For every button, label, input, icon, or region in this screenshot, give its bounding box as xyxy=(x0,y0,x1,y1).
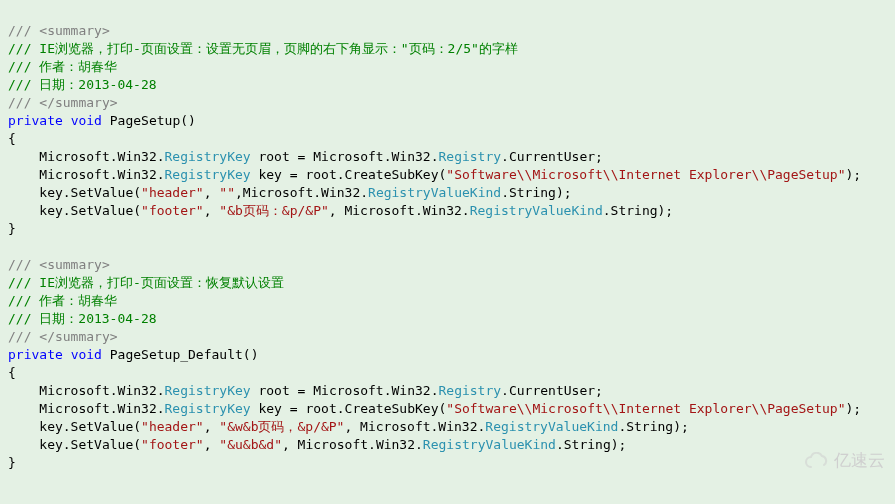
doc-desc: /// IE浏览器，打印-页面设置：恢复默认设置 xyxy=(8,275,284,290)
code-line: key.SetValue("footer", "&b页码：&p/&P", Mic… xyxy=(8,203,673,218)
code-block: /// <summary> /// IE浏览器，打印-页面设置：设置无页眉，页脚… xyxy=(8,4,887,472)
xml-doc: /// <summary> xyxy=(8,23,110,38)
xml-doc: /// </summary> xyxy=(8,95,118,110)
doc-date: /// 日期：2013-04-28 xyxy=(8,311,157,326)
method-sig: private void PageSetup() xyxy=(8,113,196,128)
doc-date: /// 日期：2013-04-28 xyxy=(8,77,157,92)
code-line: Microsoft.Win32.RegistryKey root = Micro… xyxy=(8,149,603,164)
brace: { xyxy=(8,131,16,146)
doc-author: /// 作者：胡春华 xyxy=(8,59,117,74)
code-line: key.SetValue("header", "&w&b页码，&p/&P", M… xyxy=(8,419,689,434)
code-line: Microsoft.Win32.RegistryKey key = root.C… xyxy=(8,401,861,416)
method-sig: private void PageSetup_Default() xyxy=(8,347,258,362)
code-line: key.SetValue("header", "",Microsoft.Win3… xyxy=(8,185,572,200)
code-line: Microsoft.Win32.RegistryKey root = Micro… xyxy=(8,383,603,398)
xml-doc: /// </summary> xyxy=(8,329,118,344)
brace: } xyxy=(8,221,16,236)
xml-doc: /// <summary> xyxy=(8,257,110,272)
brace: { xyxy=(8,365,16,380)
brace: } xyxy=(8,455,16,470)
doc-author: /// 作者：胡春华 xyxy=(8,293,117,308)
code-line: Microsoft.Win32.RegistryKey key = root.C… xyxy=(8,167,861,182)
code-line: key.SetValue("footer", "&u&b&d", Microso… xyxy=(8,437,626,452)
doc-desc: /// IE浏览器，打印-页面设置：设置无页眉，页脚的右下角显示："页码：2/5… xyxy=(8,41,518,56)
